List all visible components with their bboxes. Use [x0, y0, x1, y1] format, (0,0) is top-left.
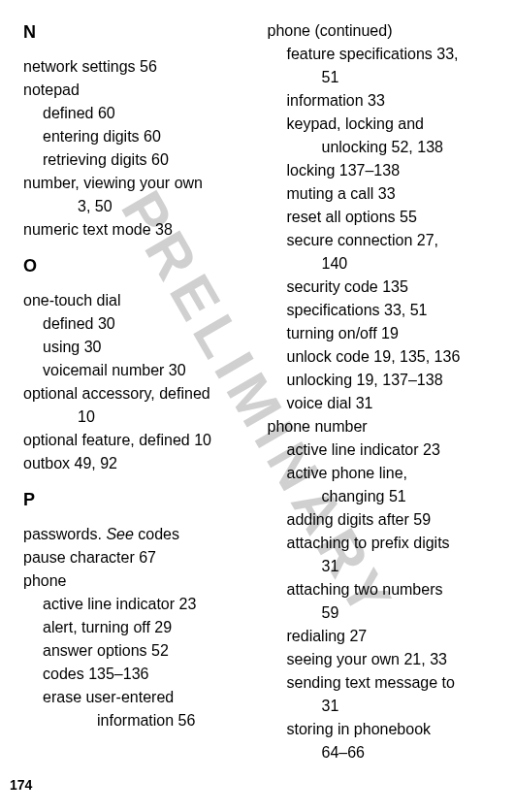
index-entry: 31 — [322, 695, 493, 718]
index-entry: 31 — [322, 555, 493, 578]
index-content: N network settings 56notepaddefined 60en… — [23, 19, 492, 764]
index-entry: active line indicator 23 — [43, 593, 248, 616]
index-entry: feature specifications 33, — [287, 43, 493, 66]
index-entry: alert, turning off 29 — [43, 616, 248, 639]
index-entry: using 30 — [43, 336, 248, 359]
index-entry: optional accessory, defined — [23, 382, 248, 406]
index-entry: numeric text mode 38 — [23, 218, 248, 242]
index-entry: phone number — [268, 415, 493, 438]
index-entry: unlocking 52, 138 — [322, 136, 493, 159]
index-entry: active phone line, — [287, 462, 493, 485]
index-entry: changing 51 — [322, 485, 493, 508]
index-entry: retrieving digits 60 — [43, 148, 248, 172]
index-entry: security code 135 — [287, 276, 493, 299]
section-letter-p: P — [23, 487, 248, 513]
entries-p: passwords. See codespause character 67ph… — [23, 523, 248, 732]
index-entry: optional feature, defined 10 — [23, 429, 248, 452]
index-entry: 140 — [322, 252, 493, 276]
index-entry: 64–66 — [322, 741, 493, 764]
index-entry: information 56 — [97, 709, 248, 732]
index-entry: seeing your own 21, 33 — [287, 648, 493, 671]
index-entry: attaching two numbers — [287, 578, 493, 601]
left-column: N network settings 56notepaddefined 60en… — [23, 19, 248, 764]
index-entry: phone (continued) — [268, 19, 493, 43]
index-entry: 10 — [78, 406, 248, 429]
entries-n: network settings 56notepaddefined 60ente… — [23, 55, 248, 242]
index-entry: number, viewing your own — [23, 172, 248, 195]
index-entry: codes 135–136 — [43, 663, 248, 686]
index-entry: 3, 50 — [78, 195, 248, 218]
right-column: phone (continued)feature specifications … — [268, 19, 493, 764]
entries-o: one-touch dialdefined 30using 30voicemai… — [23, 289, 248, 475]
index-entry: phone — [23, 569, 248, 593]
index-entry: notepad — [23, 79, 248, 102]
index-entry: turning on/off 19 — [287, 322, 493, 345]
index-entry: muting a call 33 — [287, 182, 493, 206]
index-entry: unlock code 19, 135, 136 — [287, 345, 493, 369]
index-entry: specifications 33, 51 — [287, 299, 493, 322]
page-number: 174 — [10, 777, 32, 793]
index-entry: active line indicator 23 — [287, 438, 493, 462]
index-entry: secure connection 27, — [287, 229, 493, 252]
index-entry: outbox 49, 92 — [23, 452, 248, 475]
index-entry: voice dial 31 — [287, 392, 493, 415]
index-entry: erase user-entered — [43, 686, 248, 709]
index-entry: locking 137–138 — [287, 159, 493, 182]
index-entry: reset all options 55 — [287, 206, 493, 229]
index-entry: sending text message to — [287, 671, 493, 695]
index-entry: defined 60 — [43, 102, 248, 125]
index-entry: answer options 52 — [43, 639, 248, 663]
index-entry: information 33 — [287, 89, 493, 113]
section-letter-o: O — [23, 253, 248, 279]
index-entry: keypad, locking and — [287, 113, 493, 136]
index-entry: passwords. See codes — [23, 523, 248, 546]
index-entry: adding digits after 59 — [287, 508, 493, 532]
index-entry: voicemail number 30 — [43, 359, 248, 382]
index-entry: storing in phonebook — [287, 718, 493, 741]
index-entry: entering digits 60 — [43, 125, 248, 148]
index-entry: unlocking 19, 137–138 — [287, 369, 493, 392]
section-letter-n: N — [23, 19, 248, 46]
index-entry: 51 — [322, 66, 493, 89]
index-entry: pause character 67 — [23, 546, 248, 569]
index-entry: network settings 56 — [23, 55, 248, 79]
index-entry: defined 30 — [43, 312, 248, 336]
index-entry: redialing 27 — [287, 625, 493, 648]
index-entry: one-touch dial — [23, 289, 248, 312]
index-entry: attaching to prefix digits — [287, 532, 493, 555]
index-entry: 59 — [322, 601, 493, 625]
